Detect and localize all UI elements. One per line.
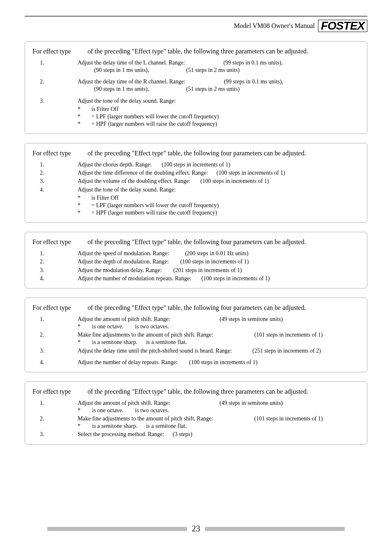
- param-row: 4. Adjust the tone of the delay sound. R…: [32, 186, 360, 217]
- param-row: 2. Make fine adjustments to the amount o…: [32, 331, 360, 346]
- param-body: Make fine adjustments to the amount of p…: [78, 415, 360, 430]
- manual-title: Model VM08 Owner's Manual: [234, 22, 315, 30]
- param-num: 1.: [32, 59, 78, 74]
- param-body: Adjust the amount of pitch shift. Range:…: [78, 316, 360, 330]
- param-body: Adjust the tone of the delay sound. Rang…: [78, 97, 360, 128]
- footer-bar-right: [205, 527, 345, 531]
- param-num: 3.: [32, 97, 78, 128]
- param-body: Adjust the number of delay repeats. Rang…: [78, 359, 360, 366]
- param-body: Adjust the number of modulation repeats.…: [78, 275, 360, 282]
- section-intro: For effect type of the preceding "Effect…: [32, 304, 360, 312]
- intro-lead: For effect type: [32, 149, 86, 158]
- param-body: Adjust the time difference of the doubli…: [78, 169, 360, 177]
- param-body: Make fine adjustments to the amount of p…: [78, 331, 360, 346]
- section-intro: For effect type of the preceding "Effect…: [32, 388, 360, 396]
- param-row: 2. Adjust the time difference of the dou…: [32, 169, 360, 177]
- param-row: 2. Make fine adjustments to the amount o…: [32, 415, 360, 430]
- section-box: For effect type of the preceding "Effect…: [25, 381, 367, 445]
- param-row: 1. Adjust the speed of modulation. Range…: [32, 250, 360, 257]
- param-num: 2.: [32, 258, 78, 265]
- param-num: 2.: [32, 415, 78, 430]
- page-number-wrap: 23: [0, 524, 392, 533]
- param-row: 1. Adjust the amount of pitch shift. Ran…: [32, 316, 360, 330]
- param-text: Adjust the tone of the delay sound. Rang…: [78, 98, 176, 104]
- bullet-item: = LPF (larger numbers will lower the cut…: [78, 202, 360, 209]
- param-num: 1.: [32, 399, 78, 414]
- param-row: 1. Adjust the delay time of the L channe…: [32, 59, 360, 74]
- param-num: 2.: [32, 78, 78, 93]
- param-num: 3.: [32, 178, 78, 185]
- param-num: 2.: [32, 169, 78, 177]
- intro-lead: For effect type: [32, 238, 86, 247]
- param-row: 4. Adjust the number of modulation repea…: [32, 275, 360, 282]
- bullet-list: is Filter Off = LPF (larger numbers will…: [78, 194, 360, 217]
- param-row: 1. Adjust the chorus depth. Range: (100 …: [32, 161, 360, 169]
- param-num: 4.: [32, 359, 78, 366]
- bullet-list: is Filter Off = LPF (larger numbers will…: [78, 106, 360, 128]
- intro-lead: For effect type: [32, 388, 86, 396]
- param-body: Adjust the depth of modulation. Range: (…: [78, 258, 360, 265]
- param-row: 3. Adjust the tone of the delay sound. R…: [32, 97, 360, 128]
- section-box: For effect type of the preceding "Effect…: [25, 143, 367, 223]
- param-row: 3. Adjust the delay time until the pitch…: [32, 347, 360, 355]
- param-num: 3.: [32, 431, 78, 438]
- intro-lead: For effect type: [32, 47, 86, 56]
- intro-rest: of the preceding "Effect type" table, th…: [88, 150, 306, 157]
- param-num: 3.: [32, 267, 78, 274]
- bullet-item: = HPF (larger numbers will raise the cut…: [78, 120, 360, 128]
- page: Model VM08 Owner's Manual FOSTEX For eff…: [0, 0, 392, 554]
- param-body: Adjust the volume of the doubling effect…: [78, 178, 360, 185]
- bullet-item: is Filter Off: [78, 106, 360, 113]
- intro-lead: For effect type: [32, 304, 86, 312]
- page-header: Model VM08 Owner's Manual FOSTEX: [234, 20, 367, 32]
- intro-rest: of the preceding "Effect type" table, th…: [88, 48, 308, 55]
- intro-rest: of the preceding "Effect type" table, th…: [88, 388, 308, 395]
- param-num: 1.: [32, 250, 78, 257]
- param-num: 1.: [32, 161, 78, 169]
- param-row: 2. Adjust the depth of modulation. Range…: [32, 258, 360, 265]
- header-rule: [25, 16, 367, 17]
- footer-bar-left: [47, 527, 187, 531]
- param-body: Adjust the chorus depth. Range: (100 ste…: [78, 161, 360, 169]
- brand-logo: FOSTEX: [318, 20, 367, 32]
- section-box: For effect type of the preceding "Effect…: [25, 41, 367, 134]
- param-body: Adjust the delay time of the L channel. …: [78, 59, 360, 74]
- intro-rest: of the preceding "Effect type" table, th…: [88, 238, 306, 245]
- param-body: Select the processing method. Range: (3 …: [78, 431, 360, 438]
- param-num: 2.: [32, 331, 78, 346]
- intro-rest: of the preceding "Effect type" table, th…: [88, 304, 306, 311]
- param-body: Adjust the delay time until the pitch-sh…: [78, 347, 360, 355]
- section-box: For effect type of the preceding "Effect…: [25, 232, 367, 289]
- param-num: 1.: [32, 316, 78, 330]
- content: For effect type of the preceding "Effect…: [25, 41, 367, 454]
- param-body: Adjust the speed of modulation. Range: (…: [78, 250, 360, 257]
- bullet-item: = LPF (larger numbers will lower the cut…: [78, 113, 360, 120]
- param-row: 3. Select the processing method. Range: …: [32, 431, 360, 438]
- param-row: 4. Adjust the number of delay repeats. R…: [32, 359, 360, 366]
- section-intro: For effect type of the preceding "Effect…: [32, 47, 360, 56]
- page-number: 23: [192, 524, 200, 533]
- param-body: Adjust the modulation delay. Range: (201…: [78, 267, 360, 274]
- section-intro: For effect type of the preceding "Effect…: [32, 238, 360, 247]
- section-intro: For effect type of the preceding "Effect…: [32, 149, 360, 158]
- param-body: Adjust the tone of the delay sound. Rang…: [78, 186, 360, 217]
- param-num: 3.: [32, 347, 78, 355]
- param-body: Adjust the amount of pitch shift. Range:…: [78, 399, 360, 414]
- param-num: 4.: [32, 186, 78, 217]
- bullet-item: is Filter Off: [78, 194, 360, 202]
- bullet-item: = HPF (larger numbers will raise the cut…: [78, 209, 360, 217]
- param-text: Adjust the tone of the delay sound. Rang…: [78, 187, 176, 193]
- param-row: 3. Adjust the modulation delay. Range: (…: [32, 267, 360, 274]
- param-row: 3. Adjust the volume of the doubling eff…: [32, 178, 360, 185]
- param-row: 1. Adjust the amount of pitch shift. Ran…: [32, 399, 360, 414]
- section-box: For effect type of the preceding "Effect…: [25, 298, 367, 372]
- param-row: 2. Adjust the delay time of the R channe…: [32, 78, 360, 93]
- param-num: 4.: [32, 275, 78, 282]
- param-body: Adjust the delay time of the R channel. …: [78, 78, 360, 93]
